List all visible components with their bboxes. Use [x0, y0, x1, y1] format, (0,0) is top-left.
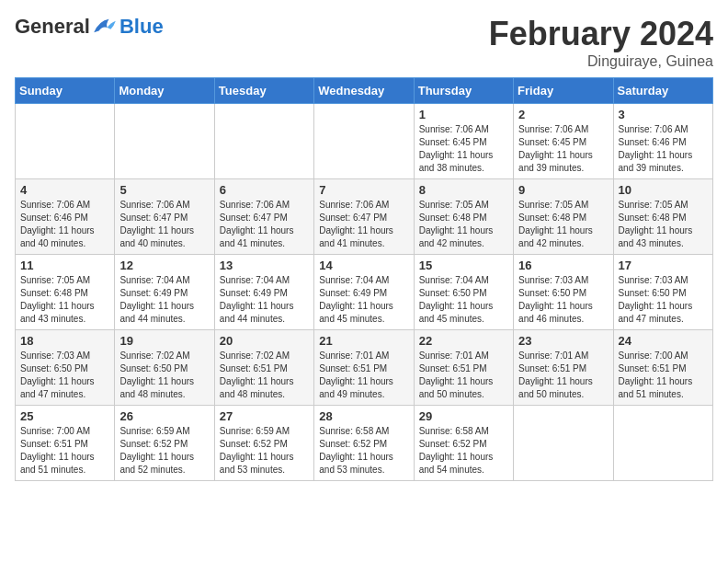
day-info: Sunrise: 7:00 AM Sunset: 6:51 PM Dayligh…	[20, 425, 109, 477]
calendar-cell: 20Sunrise: 7:02 AM Sunset: 6:51 PM Dayli…	[214, 330, 313, 406]
calendar-cell: 21Sunrise: 7:01 AM Sunset: 6:51 PM Dayli…	[314, 330, 414, 406]
day-info: Sunrise: 6:59 AM Sunset: 6:52 PM Dayligh…	[220, 425, 309, 477]
day-info: Sunrise: 7:06 AM Sunset: 6:46 PM Dayligh…	[20, 199, 109, 250]
day-number: 14	[319, 259, 408, 272]
day-info: Sunrise: 7:05 AM Sunset: 6:48 PM Dayligh…	[619, 199, 708, 250]
calendar-cell	[214, 104, 313, 179]
day-number: 18	[20, 334, 109, 348]
calendar-cell: 16Sunrise: 7:03 AM Sunset: 6:50 PM Dayli…	[514, 255, 613, 330]
calendar-cell: 24Sunrise: 7:00 AM Sunset: 6:51 PM Dayli…	[613, 330, 712, 406]
day-info: Sunrise: 7:03 AM Sunset: 6:50 PM Dayligh…	[619, 274, 708, 326]
calendar-cell: 19Sunrise: 7:02 AM Sunset: 6:50 PM Dayli…	[115, 330, 214, 406]
calendar-cell: 8Sunrise: 7:05 AM Sunset: 6:48 PM Daylig…	[414, 179, 513, 255]
calendar-cell: 14Sunrise: 7:04 AM Sunset: 6:49 PM Dayli…	[314, 255, 414, 330]
day-info: Sunrise: 7:04 AM Sunset: 6:49 PM Dayligh…	[119, 274, 209, 326]
calendar-cell: 17Sunrise: 7:03 AM Sunset: 6:50 PM Dayli…	[613, 255, 712, 330]
day-number: 6	[220, 183, 309, 197]
day-number: 29	[419, 409, 508, 423]
day-number: 22	[419, 334, 508, 348]
calendar-cell: 26Sunrise: 6:59 AM Sunset: 6:52 PM Dayli…	[115, 406, 214, 481]
page-header: General Blue February 2024 Dinguiraye, G…	[15, 15, 713, 70]
day-number: 11	[20, 259, 109, 272]
day-number: 25	[20, 409, 109, 423]
calendar-cell: 9Sunrise: 7:05 AM Sunset: 6:48 PM Daylig…	[514, 179, 613, 255]
calendar-cell: 3Sunrise: 7:06 AM Sunset: 6:46 PM Daylig…	[613, 104, 712, 179]
day-number: 12	[119, 259, 209, 272]
calendar-cell: 23Sunrise: 7:01 AM Sunset: 6:51 PM Dayli…	[514, 330, 613, 406]
day-number: 27	[220, 409, 309, 423]
calendar-header-row: Sunday Monday Tuesday Wednesday Thursday…	[16, 78, 713, 104]
header-saturday: Saturday	[613, 78, 712, 104]
calendar-cell: 29Sunrise: 6:58 AM Sunset: 6:52 PM Dayli…	[414, 406, 513, 481]
day-info: Sunrise: 7:01 AM Sunset: 6:51 PM Dayligh…	[319, 350, 408, 401]
calendar-cell	[613, 406, 712, 481]
calendar-week-row: 18Sunrise: 7:03 AM Sunset: 6:50 PM Dayli…	[16, 330, 713, 406]
day-info: Sunrise: 7:06 AM Sunset: 6:45 PM Dayligh…	[419, 123, 508, 175]
day-number: 4	[20, 183, 109, 197]
calendar-table: Sunday Monday Tuesday Wednesday Thursday…	[15, 77, 713, 481]
day-info: Sunrise: 7:06 AM Sunset: 6:47 PM Dayligh…	[119, 199, 209, 250]
calendar-cell: 4Sunrise: 7:06 AM Sunset: 6:46 PM Daylig…	[16, 179, 115, 255]
logo-general-text: General	[15, 15, 90, 39]
day-info: Sunrise: 7:05 AM Sunset: 6:48 PM Dayligh…	[20, 274, 109, 326]
day-info: Sunrise: 7:01 AM Sunset: 6:51 PM Dayligh…	[518, 350, 608, 401]
calendar-cell: 11Sunrise: 7:05 AM Sunset: 6:48 PM Dayli…	[16, 255, 115, 330]
calendar-week-row: 1Sunrise: 7:06 AM Sunset: 6:45 PM Daylig…	[16, 104, 713, 179]
calendar-cell: 1Sunrise: 7:06 AM Sunset: 6:45 PM Daylig…	[414, 104, 513, 179]
day-number: 20	[220, 334, 309, 348]
day-number: 17	[619, 259, 708, 272]
day-info: Sunrise: 7:01 AM Sunset: 6:51 PM Dayligh…	[419, 350, 508, 401]
logo: General Blue	[15, 15, 164, 39]
calendar-cell: 5Sunrise: 7:06 AM Sunset: 6:47 PM Daylig…	[115, 179, 214, 255]
calendar-week-row: 25Sunrise: 7:00 AM Sunset: 6:51 PM Dayli…	[16, 406, 713, 481]
calendar-cell: 22Sunrise: 7:01 AM Sunset: 6:51 PM Dayli…	[414, 330, 513, 406]
calendar-cell: 15Sunrise: 7:04 AM Sunset: 6:50 PM Dayli…	[414, 255, 513, 330]
day-number: 26	[119, 409, 209, 423]
day-number: 7	[319, 183, 408, 197]
calendar-cell	[115, 104, 214, 179]
calendar-cell: 12Sunrise: 7:04 AM Sunset: 6:49 PM Dayli…	[115, 255, 214, 330]
day-info: Sunrise: 7:06 AM Sunset: 6:47 PM Dayligh…	[319, 199, 408, 250]
logo-blue-text: Blue	[119, 15, 164, 39]
header-thursday: Thursday	[414, 78, 513, 104]
calendar-cell: 25Sunrise: 7:00 AM Sunset: 6:51 PM Dayli…	[16, 406, 115, 481]
day-info: Sunrise: 7:06 AM Sunset: 6:45 PM Dayligh…	[518, 123, 608, 175]
day-info: Sunrise: 7:03 AM Sunset: 6:50 PM Dayligh…	[518, 274, 608, 326]
calendar-cell: 10Sunrise: 7:05 AM Sunset: 6:48 PM Dayli…	[613, 179, 712, 255]
day-number: 19	[119, 334, 209, 348]
title-area: February 2024 Dinguiraye, Guinea	[489, 15, 713, 70]
day-info: Sunrise: 6:58 AM Sunset: 6:52 PM Dayligh…	[419, 425, 508, 477]
day-number: 10	[619, 183, 708, 197]
day-info: Sunrise: 6:58 AM Sunset: 6:52 PM Dayligh…	[319, 425, 408, 477]
day-number: 2	[518, 108, 608, 121]
day-number: 28	[319, 409, 408, 423]
header-monday: Monday	[115, 78, 214, 104]
month-title: February 2024	[489, 15, 713, 53]
calendar-cell: 6Sunrise: 7:06 AM Sunset: 6:47 PM Daylig…	[214, 179, 313, 255]
day-info: Sunrise: 6:59 AM Sunset: 6:52 PM Dayligh…	[119, 425, 209, 477]
header-wednesday: Wednesday	[314, 78, 414, 104]
day-number: 1	[419, 108, 508, 121]
day-number: 24	[619, 334, 708, 348]
day-info: Sunrise: 7:04 AM Sunset: 6:50 PM Dayligh…	[419, 274, 508, 326]
header-sunday: Sunday	[16, 78, 115, 104]
calendar-week-row: 4Sunrise: 7:06 AM Sunset: 6:46 PM Daylig…	[16, 179, 713, 255]
day-info: Sunrise: 7:02 AM Sunset: 6:51 PM Dayligh…	[220, 350, 309, 401]
calendar-week-row: 11Sunrise: 7:05 AM Sunset: 6:48 PM Dayli…	[16, 255, 713, 330]
day-number: 13	[220, 259, 309, 272]
day-number: 8	[419, 183, 508, 197]
day-info: Sunrise: 7:02 AM Sunset: 6:50 PM Dayligh…	[119, 350, 209, 401]
calendar-cell: 28Sunrise: 6:58 AM Sunset: 6:52 PM Dayli…	[314, 406, 414, 481]
day-number: 23	[518, 334, 608, 348]
day-number: 3	[619, 108, 708, 121]
calendar-cell: 7Sunrise: 7:06 AM Sunset: 6:47 PM Daylig…	[314, 179, 414, 255]
location-title: Dinguiraye, Guinea	[489, 53, 713, 70]
calendar-cell: 18Sunrise: 7:03 AM Sunset: 6:50 PM Dayli…	[16, 330, 115, 406]
header-friday: Friday	[514, 78, 613, 104]
calendar-cell: 2Sunrise: 7:06 AM Sunset: 6:45 PM Daylig…	[514, 104, 613, 179]
day-info: Sunrise: 7:00 AM Sunset: 6:51 PM Dayligh…	[619, 350, 708, 401]
day-info: Sunrise: 7:06 AM Sunset: 6:46 PM Dayligh…	[619, 123, 708, 175]
day-number: 15	[419, 259, 508, 272]
day-info: Sunrise: 7:03 AM Sunset: 6:50 PM Dayligh…	[20, 350, 109, 401]
calendar-cell	[514, 406, 613, 481]
